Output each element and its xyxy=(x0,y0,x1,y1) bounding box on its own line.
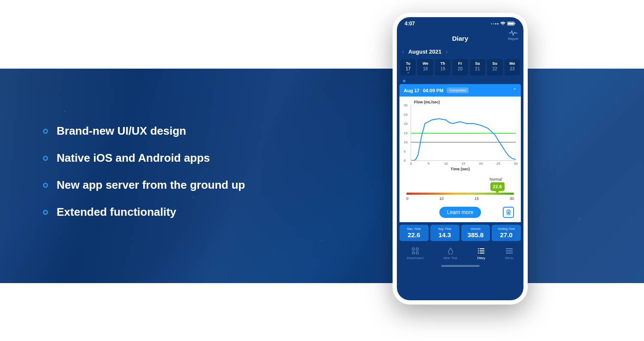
feature-item: Native iOS and Android apps xyxy=(43,151,245,165)
stat-card: Volume385.8 xyxy=(461,225,490,241)
entry-header[interactable]: Aug 17 04:09 PM Completed ⌃ xyxy=(399,84,521,97)
stat-value: 14.3 xyxy=(431,231,459,238)
stat-label: Max. Flow xyxy=(400,227,428,230)
day-marker-icon xyxy=(408,72,409,73)
battery-icon xyxy=(507,21,516,26)
stat-label: Voiding Time xyxy=(493,227,520,230)
day-number: 22 xyxy=(487,66,502,71)
day-of-week: We xyxy=(417,61,433,66)
x-tick: 20 xyxy=(479,162,483,166)
scale-tick: 0 xyxy=(406,196,408,201)
day-of-week: Mo xyxy=(505,61,520,66)
y-tick: 30 xyxy=(404,103,408,107)
entry-card: Flow (mL/sec) 051015202530051015202530 T… xyxy=(399,97,521,222)
stat-value: 22.6 xyxy=(400,231,428,238)
phone-screen: 4:07 Diary Report ‹ August 2021 › Tu17We… xyxy=(397,17,523,300)
stat-label: Volume xyxy=(462,227,490,230)
tab-dashboard[interactable]: Dashboard xyxy=(407,247,423,260)
y-tick: 10 xyxy=(404,140,408,144)
scale-indicator: Normal 22.6 0 10 15 30 xyxy=(402,177,518,201)
stat-card: Max. Flow22.6 xyxy=(399,225,429,241)
next-month-button[interactable]: › xyxy=(446,48,448,55)
svg-rect-10 xyxy=(480,250,484,251)
svg-rect-13 xyxy=(506,248,513,249)
x-tick: 30 xyxy=(514,162,518,166)
status-badge: Completed xyxy=(447,88,469,93)
svg-rect-14 xyxy=(506,250,513,251)
chart-y-axis-label: Flow (mL/sec) xyxy=(414,100,518,104)
scale-value-badge: 22.6 xyxy=(490,182,505,191)
day-cell[interactable]: Sa21 xyxy=(470,59,485,75)
x-tick: 0 xyxy=(410,162,412,166)
drop-icon xyxy=(443,247,457,255)
svg-rect-12 xyxy=(480,253,484,253)
day-picker: Tu17We18Th19Fr20Sa21Su22Mo23 xyxy=(397,57,523,79)
bullet-dot-icon xyxy=(43,156,48,161)
report-button[interactable]: Report xyxy=(508,30,518,41)
tab-label: Diary xyxy=(477,256,485,260)
status-icons xyxy=(491,21,516,26)
wifi-icon xyxy=(500,21,506,26)
scale-tick: 30 xyxy=(510,196,514,201)
feature-text: Native iOS and Android apps xyxy=(57,151,210,165)
day-cell[interactable]: Fr20 xyxy=(452,59,468,75)
day-of-week: Th xyxy=(435,61,450,66)
action-row: Learn more xyxy=(402,207,518,218)
day-cell[interactable]: Su22 xyxy=(487,59,502,75)
svg-rect-5 xyxy=(412,252,414,254)
month-navigation: ‹ August 2021 › xyxy=(397,46,523,57)
svg-rect-8 xyxy=(480,248,484,249)
day-number: 21 xyxy=(470,66,485,71)
delete-button[interactable] xyxy=(503,207,514,218)
feature-text: New app server from the ground up xyxy=(57,178,245,192)
list-icon xyxy=(477,247,485,255)
svg-point-11 xyxy=(478,253,479,253)
x-tick: 15 xyxy=(462,162,466,166)
tab-bar: DashboardNew TestDiaryMenu xyxy=(397,244,523,265)
day-number: 20 xyxy=(452,66,468,71)
day-cell[interactable]: We18 xyxy=(417,59,433,75)
home-indicator xyxy=(441,265,480,267)
bullet-dot-icon xyxy=(43,210,48,215)
tab-new-test[interactable]: New Test xyxy=(443,247,457,260)
day-of-week: Su xyxy=(487,61,502,66)
svg-rect-2 xyxy=(515,23,516,24)
svg-rect-15 xyxy=(506,253,513,253)
feature-item: New app server from the ground up xyxy=(43,178,245,192)
stat-card: Avg. Flow14.3 xyxy=(430,225,460,241)
learn-more-button[interactable]: Learn more xyxy=(439,207,481,218)
flow-curve xyxy=(411,105,516,160)
feature-list: Brand-new UI/UX design Native iOS and An… xyxy=(43,124,245,232)
svg-point-7 xyxy=(478,248,479,249)
feature-text: Extended functionality xyxy=(57,205,176,219)
feature-item: Brand-new UI/UX design xyxy=(43,124,245,138)
svg-rect-6 xyxy=(416,252,418,254)
timeline-marker-icon xyxy=(402,79,406,83)
prev-month-button[interactable]: ‹ xyxy=(402,48,404,55)
stat-label: Avg. Flow xyxy=(431,227,459,230)
scale-tick: 10 xyxy=(439,196,444,201)
month-label: August 2021 xyxy=(408,48,441,55)
ocean-background: Brand-new UI/UX design Native iOS and An… xyxy=(0,69,644,283)
y-tick: 0 xyxy=(404,159,405,163)
pulse-icon xyxy=(509,30,517,36)
grid-icon xyxy=(407,247,423,255)
tab-label: Dashboard xyxy=(407,256,423,260)
signal-icon xyxy=(491,23,499,24)
svg-rect-1 xyxy=(508,23,514,25)
day-of-week: Fr xyxy=(452,61,468,66)
phone-mockup: 4:07 Diary Report ‹ August 2021 › Tu17We… xyxy=(393,13,528,305)
day-cell[interactable]: Th19 xyxy=(435,59,450,75)
stat-value: 27.0 xyxy=(493,231,520,238)
y-tick: 25 xyxy=(404,112,408,116)
day-cell[interactable]: Tu17 xyxy=(400,59,416,75)
tab-menu[interactable]: Menu xyxy=(505,247,514,260)
day-cell[interactable]: Mo23 xyxy=(505,59,520,75)
flow-chart: 051015202530051015202530 xyxy=(411,105,516,161)
tab-diary[interactable]: Diary xyxy=(477,247,485,260)
feature-item: Extended functionality xyxy=(43,205,245,219)
svg-point-9 xyxy=(478,250,479,251)
chart-x-axis-label: Time (sec) xyxy=(402,167,518,171)
title-bar: Diary Report xyxy=(397,30,523,46)
menu-icon xyxy=(505,247,514,255)
